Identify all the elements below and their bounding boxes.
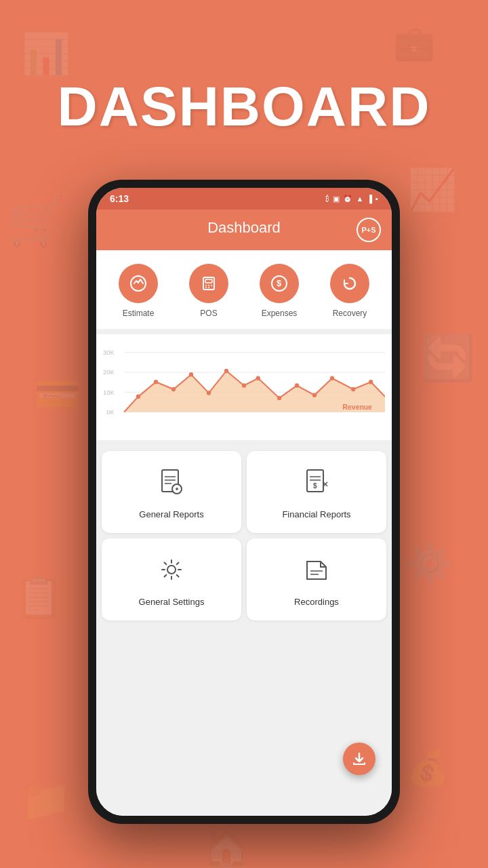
general-reports-label: General Reports <box>139 509 203 519</box>
svg-point-38 <box>295 383 299 388</box>
general-reports-card[interactable]: General Reports <box>102 451 241 533</box>
svg-point-37 <box>277 396 281 401</box>
status-time: 6:13 <box>110 193 129 204</box>
quick-menu-estimate[interactable]: Estimate <box>119 264 158 318</box>
svg-text:$: $ <box>313 482 317 490</box>
status-bar: 6:13 ₿ ▣ ⏰ ▲ ▐ ▪ <box>96 188 392 210</box>
chart-container: 30K 20K 10K 0K <box>103 345 385 433</box>
svg-text:20K: 20K <box>103 368 115 376</box>
bitcoin-icon: ₿ <box>325 195 329 203</box>
estimate-icon <box>119 264 158 303</box>
svg-point-18 <box>208 287 209 288</box>
svg-point-17 <box>205 287 207 288</box>
general-reports-icon <box>157 467 186 501</box>
quick-menu-recovery[interactable]: Recovery <box>330 264 369 318</box>
recordings-label: Recordings <box>294 597 339 607</box>
status-icons: ₿ ▣ ⏰ ▲ ▐ ▪ <box>325 195 378 203</box>
bottom-space <box>96 626 392 680</box>
revenue-chart: 30K 20K 10K 0K <box>103 345 385 433</box>
svg-point-14 <box>205 285 207 286</box>
svg-text:💳: 💳 <box>34 372 81 416</box>
svg-point-34 <box>224 369 228 374</box>
quick-menu-expenses[interactable]: $ Expenses <box>260 264 299 318</box>
quick-menu-pos[interactable]: POS <box>189 264 228 318</box>
svg-text:0K: 0K <box>106 408 115 416</box>
svg-point-32 <box>189 372 193 377</box>
svg-text:🔄: 🔄 <box>420 332 476 384</box>
download-fab[interactable] <box>343 743 375 775</box>
estimate-label: Estimate <box>123 309 155 318</box>
svg-point-55 <box>167 566 176 574</box>
svg-text:$: $ <box>277 278 282 288</box>
svg-point-36 <box>256 376 260 381</box>
svg-point-35 <box>242 383 246 388</box>
recovery-label: Recovery <box>333 309 367 318</box>
quick-menu: Estimate POS <box>96 250 392 329</box>
phone-frame: 6:13 ₿ ▣ ⏰ ▲ ▐ ▪ Dashboard P+S <box>88 180 400 824</box>
app-header: Dashboard P+S <box>96 210 392 250</box>
financial-reports-label: Financial Reports <box>282 509 350 519</box>
svg-text:10K: 10K <box>103 388 115 395</box>
recovery-icon <box>330 264 369 303</box>
page-title: DASHBOARD <box>58 75 431 137</box>
svg-text:⚙️: ⚙️ <box>407 542 453 586</box>
general-settings-label: General Settings <box>139 597 205 607</box>
financial-reports-icon: $ <box>302 467 331 501</box>
general-settings-icon <box>157 555 186 589</box>
svg-point-40 <box>330 376 334 381</box>
screen-icon: ▣ <box>333 195 340 203</box>
expenses-icon: $ <box>260 264 299 303</box>
svg-point-15 <box>208 285 209 286</box>
battery-icon: ▪ <box>375 195 378 203</box>
svg-point-31 <box>171 387 176 392</box>
svg-point-33 <box>207 391 211 395</box>
svg-rect-13 <box>205 279 212 283</box>
pos-icon <box>189 264 228 303</box>
financial-reports-card[interactable]: $ Financial Reports <box>247 451 386 533</box>
pos-label: POS <box>200 309 217 318</box>
svg-text:📈: 📈 <box>407 165 458 214</box>
general-settings-card[interactable]: General Settings <box>102 538 241 620</box>
svg-text:Revenue: Revenue <box>343 403 372 411</box>
signal-icon: ▐ <box>367 195 372 203</box>
svg-point-39 <box>312 393 317 397</box>
svg-point-16 <box>211 285 212 286</box>
svg-text:📋: 📋 <box>14 572 64 620</box>
svg-text:🏠: 🏠 <box>203 827 250 868</box>
svg-text:30K: 30K <box>103 349 115 356</box>
recordings-icon <box>302 555 331 589</box>
phone-screen: 6:13 ₿ ▣ ⏰ ▲ ▐ ▪ Dashboard P+S <box>96 188 392 816</box>
svg-text:💰: 💰 <box>407 748 449 789</box>
svg-point-42 <box>369 380 373 384</box>
grid-section: General Reports $ Financial Reports <box>96 446 392 626</box>
svg-text:🛒: 🛒 <box>7 193 66 250</box>
svg-text:📁: 📁 <box>20 776 71 824</box>
svg-text:💼: 💼 <box>393 22 436 63</box>
header-settings-button[interactable]: P+S <box>357 218 381 242</box>
alarm-icon: ⏰ <box>343 195 352 203</box>
expenses-label: Expenses <box>262 309 298 318</box>
recordings-card[interactable]: Recordings <box>247 538 386 620</box>
svg-text:📊: 📊 <box>20 30 71 78</box>
wifi-icon: ▲ <box>356 195 363 203</box>
header-title: Dashboard <box>207 219 281 237</box>
main-content: Estimate POS <box>96 250 392 816</box>
chart-area: 30K 20K 10K 0K <box>96 334 392 440</box>
svg-point-29 <box>136 395 140 399</box>
svg-point-30 <box>154 380 158 384</box>
svg-point-41 <box>351 387 355 392</box>
